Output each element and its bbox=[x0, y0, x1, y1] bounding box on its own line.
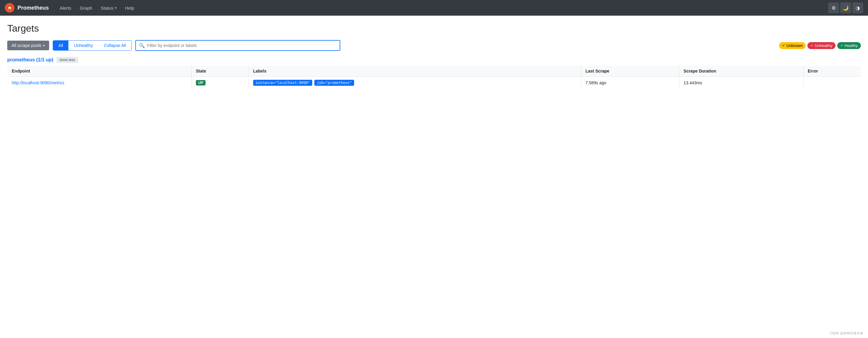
unknown-label: Unknown bbox=[786, 43, 803, 48]
navbar: Prometheus Alerts Graph Status Help ⚙ 🌙 … bbox=[0, 0, 868, 15]
label-job: job="prometheus" bbox=[314, 80, 354, 86]
cell-last-scrape: 7.589s ago bbox=[581, 77, 679, 89]
btn-unhealthy[interactable]: Unhealthy bbox=[68, 41, 98, 50]
scrape-pools-dropdown[interactable]: All scrape pools bbox=[7, 41, 49, 50]
nav-status[interactable]: Status bbox=[97, 3, 120, 13]
theme-moon-button[interactable]: 🌙 bbox=[840, 2, 851, 13]
filter-row: All scrape pools All Unhealthy Collapse … bbox=[7, 40, 861, 51]
nav-graph[interactable]: Graph bbox=[76, 3, 96, 13]
col-endpoint: Endpoint bbox=[7, 66, 192, 77]
state-badge-up: UP bbox=[196, 80, 206, 86]
section-title-prometheus[interactable]: prometheus (1/1 up) bbox=[7, 57, 53, 63]
search-icon: 🔍 bbox=[139, 43, 145, 48]
show-less-button[interactable]: show less bbox=[56, 57, 79, 63]
cell-labels: instance="localhost:9090" job="prometheu… bbox=[249, 77, 581, 89]
cell-scrape-duration: 13.443ms bbox=[679, 77, 804, 89]
nav-alerts[interactable]: Alerts bbox=[56, 3, 75, 13]
btn-all[interactable]: All bbox=[53, 41, 69, 50]
unhealthy-check-icon: ✓ bbox=[810, 43, 813, 47]
page-title: Targets bbox=[7, 23, 861, 34]
main-content: Targets All scrape pools All Unhealthy C… bbox=[0, 15, 868, 96]
nav-help[interactable]: Help bbox=[121, 3, 138, 13]
table-body: http://localhost:9090/metrics UP instanc… bbox=[7, 77, 861, 89]
unhealthy-label: Unhealthy bbox=[815, 43, 832, 48]
logo-icon bbox=[6, 4, 13, 11]
scrape-pools-label: All scrape pools bbox=[11, 43, 41, 48]
main-nav: Alerts Graph Status Help bbox=[56, 3, 138, 13]
filter-badge-unhealthy[interactable]: ✓ Unhealthy bbox=[807, 42, 835, 49]
col-scrape-duration: Scrape Duration bbox=[679, 66, 804, 77]
unknown-check-icon: ✓ bbox=[782, 43, 785, 47]
cell-state: UP bbox=[191, 77, 249, 89]
healthy-label: Healthy bbox=[844, 43, 858, 48]
healthy-check-icon: ✓ bbox=[840, 43, 843, 47]
contrast-button[interactable]: ◑ bbox=[852, 2, 863, 13]
filter-badge-healthy[interactable]: ✓ Healthy bbox=[837, 42, 861, 49]
view-toggle-group: All Unhealthy Collapse All bbox=[53, 40, 132, 50]
endpoint-link[interactable]: http://localhost:9090/metrics bbox=[12, 80, 64, 85]
filter-badge-unknown[interactable]: ✓ Unknown bbox=[779, 42, 806, 49]
cell-endpoint: http://localhost:9090/metrics bbox=[7, 77, 192, 89]
navbar-icons: ⚙ 🌙 ◑ bbox=[828, 2, 863, 13]
col-state: State bbox=[191, 66, 249, 77]
brand-logo[interactable]: Prometheus bbox=[5, 3, 49, 13]
cell-error bbox=[804, 77, 861, 89]
col-error: Error bbox=[804, 66, 861, 77]
filter-badges: ✓ Unknown ✓ Unhealthy ✓ Healthy bbox=[779, 42, 861, 49]
svg-point-4 bbox=[10, 7, 11, 9]
targets-table: Endpoint State Labels Last Scrape Scrape… bbox=[7, 65, 861, 89]
col-labels: Labels bbox=[249, 66, 581, 77]
search-input[interactable] bbox=[147, 41, 337, 50]
prometheus-logo bbox=[5, 3, 14, 13]
settings-button[interactable]: ⚙ bbox=[828, 2, 839, 13]
btn-collapse-all[interactable]: Collapse All bbox=[98, 41, 131, 50]
col-last-scrape: Last Scrape bbox=[581, 66, 679, 77]
table-header: Endpoint State Labels Last Scrape Scrape… bbox=[7, 66, 861, 77]
label-instance: instance="localhost:9090" bbox=[253, 80, 313, 86]
search-wrapper: 🔍 bbox=[135, 40, 340, 51]
prometheus-section-header: prometheus (1/1 up) show less bbox=[7, 57, 861, 63]
table-row: http://localhost:9090/metrics UP instanc… bbox=[7, 77, 861, 89]
svg-point-3 bbox=[8, 7, 10, 9]
brand-name: Prometheus bbox=[18, 5, 49, 11]
